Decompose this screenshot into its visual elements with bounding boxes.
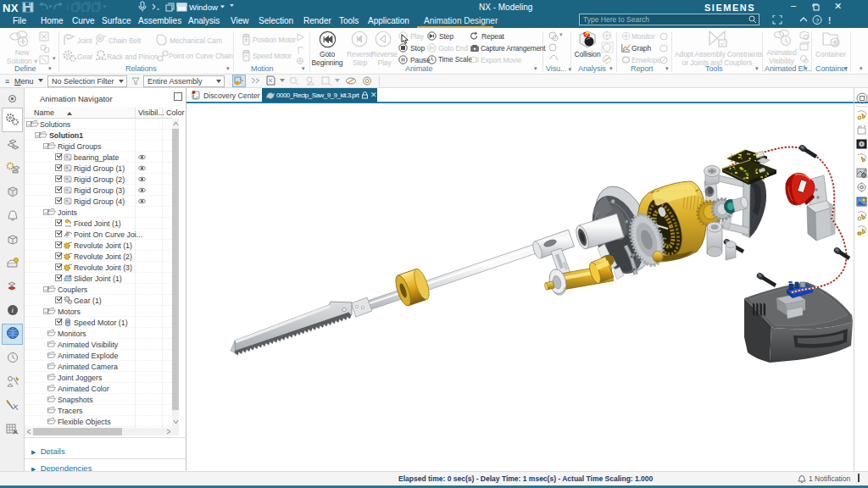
svg-text:!: ! — [828, 16, 831, 25]
svg-text:Window: Window — [189, 3, 218, 12]
svg-text:?: ? — [815, 17, 819, 25]
